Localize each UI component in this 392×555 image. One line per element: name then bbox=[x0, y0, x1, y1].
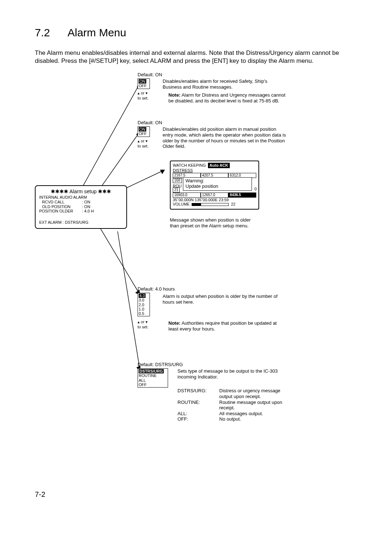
block3-opt-3: 1.0 bbox=[139, 307, 144, 311]
block3-toset: to set. bbox=[138, 325, 148, 329]
warning-line2: Update position bbox=[185, 183, 249, 189]
block2-desc: Disables/enables old position alarm in m… bbox=[163, 126, 286, 149]
block3-opt-1: 3.0 bbox=[139, 298, 144, 302]
block3-note-text: Authorities require that position be upd… bbox=[168, 320, 277, 332]
auto-ack-badge: Auto ACK bbox=[208, 163, 230, 168]
block1-desc: Disables/enables alarm for received Safe… bbox=[163, 78, 282, 90]
t4k: OFF: bbox=[177, 416, 219, 422]
watch-caption: Message shown when position is older tha… bbox=[170, 217, 253, 228]
block1-default: Default: ON bbox=[138, 72, 162, 78]
block1-note-label: Note: bbox=[168, 92, 180, 98]
block1-option-on: ON bbox=[139, 79, 146, 84]
warning-line1: Warning: bbox=[185, 178, 249, 184]
block4-opt-sel: DSTRS/URG bbox=[139, 369, 164, 373]
block4-opt-1: ALL bbox=[139, 378, 146, 382]
t1k: DSTRS/URG: bbox=[177, 388, 219, 399]
block1-arrow-hint: ▴ or ▾ to set. bbox=[138, 91, 148, 100]
alarm-setup-title-line: ✱✱✱✱ Alarm setup ✱✱✱ bbox=[39, 188, 123, 195]
block3-arrows-text: ▴ or ▾ bbox=[138, 320, 148, 324]
ext-alarm-line: EXT ALARM : DSTRS/URG bbox=[39, 220, 123, 225]
row-rcvd-call-label: RCVD CALL bbox=[42, 200, 82, 204]
block3-opt-2: 2.0 bbox=[139, 303, 144, 307]
block3-note-label: Note: bbox=[168, 320, 180, 326]
watch-panel: WATCH KEEPING Auto ACK DISTRESS 2187.5 4… bbox=[170, 161, 259, 210]
block1-arrows-text: ▴ or ▾ bbox=[138, 91, 148, 95]
alarm-setup-box: ✱✱✱✱ Alarm setup ✱✱✱ INTERNAL AUDIO ALAR… bbox=[35, 185, 127, 229]
diagram-area: ✱✱✱✱ Alarm setup ✱✱✱ INTERNAL AUDIO ALAR… bbox=[35, 72, 357, 479]
distress-label: DISTRESS bbox=[173, 168, 256, 173]
block2-default: Default: ON bbox=[138, 120, 162, 126]
page-number: 7-2 bbox=[35, 490, 357, 499]
row-rcvd-call-value: : ON bbox=[82, 200, 90, 204]
block1-option-box: ON OFF bbox=[138, 78, 150, 89]
watch-r3a: 21 bbox=[173, 187, 180, 193]
row-position-older-label: POSITION OLDER bbox=[39, 209, 82, 214]
block2-arrows-text: ▴ or ▾ bbox=[138, 139, 148, 143]
t2v: Routine message output upon receipt. bbox=[219, 400, 294, 411]
warning-overlay: Warning: Update position bbox=[183, 177, 252, 191]
block3-option-box: 4.0 3.0 2.0 1.0 0.5 bbox=[138, 293, 150, 316]
title-center: Alarm setup bbox=[69, 189, 97, 194]
watch-heading: WATCH KEEPING bbox=[173, 163, 206, 168]
intro-paragraph: The Alarm menu enables/disables internal… bbox=[35, 49, 357, 66]
block2-option-box: ON OFF bbox=[138, 126, 150, 137]
watch-r4c: 8436.5 bbox=[228, 193, 256, 198]
t3k: ALL: bbox=[177, 411, 219, 417]
t3v: All messages output. bbox=[219, 411, 294, 417]
title-suffix: ✱✱✱ bbox=[98, 189, 111, 194]
section-number: 7.2 bbox=[35, 25, 68, 40]
block3-opt-4: 0.5 bbox=[139, 311, 144, 316]
block2-option-off: OFF bbox=[139, 131, 147, 136]
block4-opt-2: OFF bbox=[139, 382, 147, 387]
svg-marker-2 bbox=[160, 170, 164, 174]
block3-note: Note: Authorities require that position … bbox=[168, 320, 281, 332]
block2-option-on: ON bbox=[139, 127, 146, 131]
watch-position-line: 35˚00.000N 135˚00.000E 23:59 bbox=[173, 198, 256, 202]
block4-opt-0: ROUTINE bbox=[139, 373, 157, 378]
title-prefix: ✱✱✱✱ bbox=[51, 189, 68, 194]
section-heading: 7.2Alarm Menu bbox=[35, 25, 357, 40]
volume-bar bbox=[192, 203, 229, 206]
block4-default: Default: DSTRS/URG bbox=[138, 362, 183, 368]
block4-option-box: DSTRS/URG ROUTINE ALL OFF bbox=[138, 368, 168, 387]
block1-toset: to set. bbox=[138, 96, 148, 100]
row-position-older-value: : 4.0 H bbox=[82, 209, 94, 214]
block4-terms: DSTRS/URG:Distress or urgency message ou… bbox=[177, 388, 294, 422]
watch-end-num: 0 bbox=[254, 187, 257, 191]
row-old-position-value: : ON bbox=[82, 204, 90, 209]
watch-r4b: 12657.0 bbox=[201, 193, 229, 198]
volume-label: VOLUME bbox=[173, 202, 189, 207]
block1-option-off: OFF bbox=[139, 84, 147, 88]
block2-arrow-hint: ▴ or ▾ to set. bbox=[138, 139, 148, 148]
watch-r2a: 168 bbox=[173, 178, 182, 183]
block2-toset: to set. bbox=[138, 144, 148, 148]
t1v: Distress or urgency message output upon … bbox=[219, 388, 294, 399]
block3-desc: Alarm is output when position is older b… bbox=[163, 293, 279, 305]
internal-audio-alarm-label: INTERNAL AUDIO ALARM bbox=[39, 195, 123, 200]
t2k: ROUTINE: bbox=[177, 400, 219, 411]
block3-arrow-hint: ▴ or ▾ to set. bbox=[138, 320, 148, 329]
block1-note: Note: Alarm for Distress and Urgency mes… bbox=[168, 92, 286, 104]
section-title: Alarm Menu bbox=[68, 27, 126, 39]
block3-opt-0: 4.0 bbox=[139, 293, 146, 298]
t4v: No output. bbox=[219, 416, 294, 422]
row-old-position-label: OLD POSITION bbox=[42, 204, 82, 209]
block3-default: Default: 4.0 hours bbox=[138, 286, 175, 292]
block1-note-text: Alarm for Distress and Urgency messages … bbox=[168, 92, 285, 104]
volume-value: 22 bbox=[231, 202, 235, 207]
watch-r4a: 16903.0 bbox=[173, 193, 201, 198]
block4-desc: Sets type of message to be output to the… bbox=[177, 368, 286, 380]
